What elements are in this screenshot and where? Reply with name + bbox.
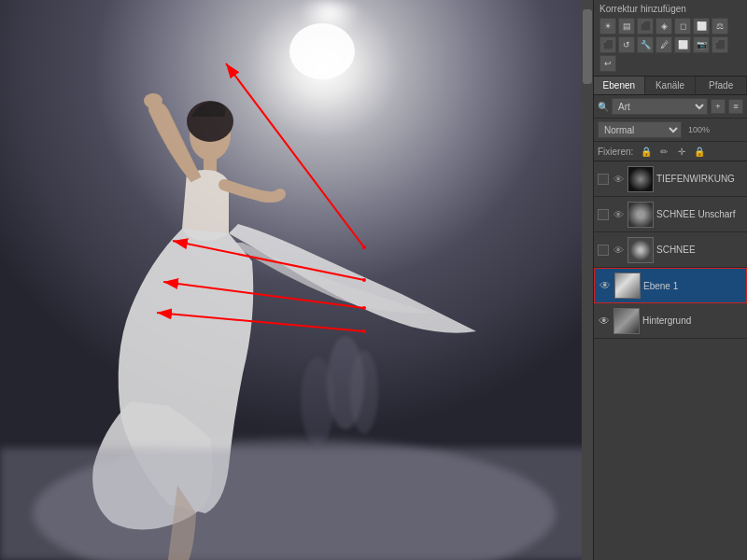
lock-all-icon[interactable]: 🔒 [692, 144, 707, 159]
threshold-icon[interactable]: 📷 [693, 36, 710, 53]
blend-opacity-row: NormalMultiplizierenAbblenden 100% [594, 119, 747, 142]
new-layer-icon[interactable]: + [711, 99, 726, 114]
adjustment-icons-row2: ⬛ ↺ 🔧 🖉 ⬜ 📷 ⬛ [599, 36, 741, 53]
layer-thumb-schnee [627, 237, 654, 263]
brightness-icon[interactable]: ☀ [599, 18, 616, 35]
lock-paint-icon[interactable]: ✏ [656, 144, 671, 159]
adjustment-icons-row1: ☀ ▤ ⬛ ◈ ◻ ⬜ ⚖ [599, 18, 741, 35]
curves-icon[interactable]: ▤ [618, 18, 635, 35]
layer-filter-select[interactable]: Art [612, 98, 708, 115]
photo-filter-icon[interactable]: ⬛ [599, 36, 616, 53]
canvas-scrollbar-thumb[interactable] [583, 9, 592, 84]
layer-thumb-schnee-unscharf [627, 202, 654, 228]
layer-visibility-ebene1[interactable]: 👁 [599, 279, 612, 292]
posterize-icon[interactable]: ⬜ [674, 36, 691, 53]
layer-checkbox-tiefenwirkung[interactable] [598, 174, 609, 185]
filter-row: 🔍 Art + ≡ [594, 95, 747, 119]
layer-name-schnee: SCHNEE [656, 245, 743, 255]
levels-icon[interactable]: ⬛ [637, 18, 654, 35]
layer-thumb-tiefenwirkung [627, 166, 654, 192]
lock-row: Fixieren: 🔒 ✏ ✛ 🔒 [594, 142, 747, 161]
tab-kanaele[interactable]: Kanäle [645, 77, 697, 94]
layer-options-icon[interactable]: ≡ [728, 99, 743, 114]
layer-thumb-hintergrund [613, 308, 640, 334]
canvas-right-border [582, 0, 593, 560]
svg-rect-11 [0, 448, 588, 560]
svg-point-7 [144, 93, 162, 108]
layer-checkbox-schnee[interactable] [598, 245, 609, 256]
canvas-area [0, 0, 593, 560]
photo-background [0, 0, 593, 560]
lock-position-icon[interactable]: 🔒 [639, 144, 654, 159]
color-balance-icon[interactable]: ⬜ [693, 18, 710, 35]
photo-illustration [0, 0, 588, 560]
layer-name-tiefenwirkung: TIEFENWIRKUNG [656, 174, 743, 184]
blend-mode-select[interactable]: NormalMultiplizierenAbblenden [598, 121, 682, 138]
invert-icon[interactable]: 🖉 [655, 36, 672, 53]
tab-pfade[interactable]: Pfade [696, 77, 747, 94]
layer-item-hintergrund[interactable]: 👁 Hintergrund [594, 303, 747, 339]
layer-item-ebene1[interactable]: 👁 Ebene 1 [594, 268, 747, 303]
search-icon: 🔍 [598, 102, 609, 112]
bw-icon[interactable]: ⚖ [712, 18, 728, 35]
panel-tabs: Ebenen Kanäle Pfade [594, 77, 747, 95]
vibrance-icon[interactable]: ◻ [674, 18, 691, 35]
layers-list: 👁 TIEFENWIRKUNG 👁 SCHNEE Unscharf 👁 SCHN… [594, 161, 747, 560]
hsl-icon[interactable]: ◈ [655, 18, 672, 35]
layer-name-schnee-unscharf: SCHNEE Unscharf [656, 209, 743, 219]
layer-thumb-ebene1 [614, 273, 641, 299]
layer-visibility-schnee-unscharf[interactable]: 👁 [612, 208, 625, 221]
layer-visibility-schnee[interactable]: 👁 [612, 244, 625, 257]
selective-color-icon[interactable]: ↩ [599, 55, 616, 72]
correction-header: Korrektur hinzufügen ☀ ▤ ⬛ ◈ ◻ ⬜ ⚖ ⬛ ↺ 🔧… [594, 0, 747, 77]
layer-visibility-hintergrund[interactable]: 👁 [598, 315, 611, 328]
layers-panel: Korrektur hinzufügen ☀ ▤ ⬛ ◈ ◻ ⬜ ⚖ ⬛ ↺ 🔧… [593, 0, 747, 560]
svg-point-9 [350, 350, 378, 434]
layer-item-schnee-unscharf[interactable]: 👁 SCHNEE Unscharf [594, 197, 747, 232]
layer-name-ebene1: Ebene 1 [643, 281, 742, 291]
layer-name-hintergrund: Hintergrund [642, 315, 743, 326]
lock-move-icon[interactable]: ✛ [674, 144, 689, 159]
layer-item-schnee[interactable]: 👁 SCHNEE [594, 232, 747, 268]
correction-title: Korrektur hinzufügen [599, 4, 741, 14]
tab-ebenen[interactable]: Ebenen [594, 77, 645, 94]
color-lookup-icon[interactable]: 🔧 [637, 36, 654, 53]
channel-mixer-icon[interactable]: ↺ [618, 36, 635, 53]
adjustment-icons-row3: ↩ [599, 55, 741, 72]
svg-point-2 [289, 23, 355, 79]
svg-point-10 [301, 357, 334, 446]
layer-item-tiefenwirkung[interactable]: 👁 TIEFENWIRKUNG [594, 161, 747, 197]
layer-checkbox-schnee-unscharf[interactable] [598, 209, 609, 220]
gradient-map-icon[interactable]: ⬛ [712, 36, 728, 53]
layer-visibility-tiefenwirkung[interactable]: 👁 [612, 173, 625, 186]
fix-label: Fixieren: [598, 147, 633, 157]
opacity-label: 100% [688, 125, 710, 134]
